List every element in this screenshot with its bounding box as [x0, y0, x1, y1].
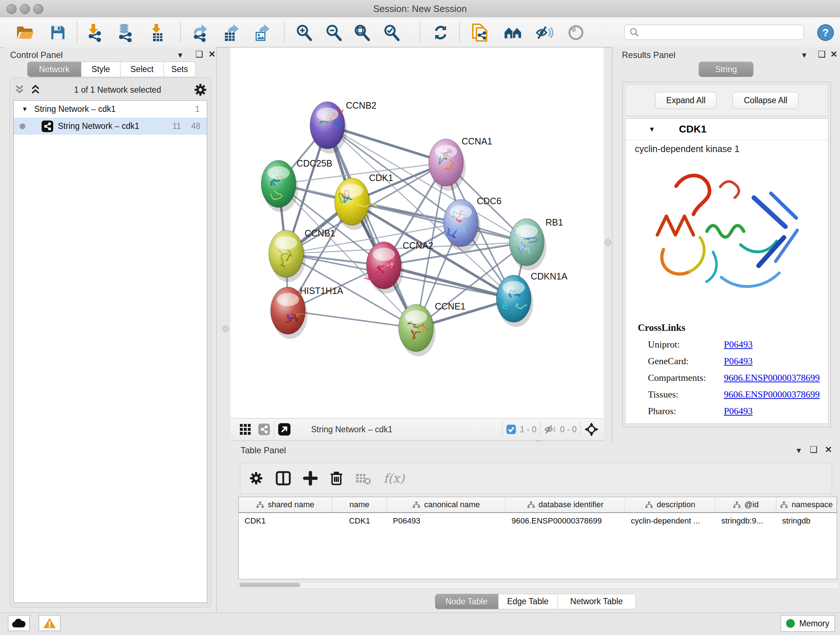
tab-edge-table[interactable]: Edge Table — [499, 594, 558, 609]
right-divider-handle[interactable] — [605, 239, 611, 245]
network-status-dot — [19, 124, 25, 129]
open-session-icon[interactable] — [16, 24, 35, 42]
import-network-icon[interactable] — [85, 24, 103, 42]
column-header-database-identifier[interactable]: database identifier — [506, 497, 625, 512]
table-row[interactable]: CDK1CDK1P064939606.ENSP00000378699cyclin… — [239, 513, 837, 529]
node-label-CDK1: CDK1 — [369, 173, 393, 183]
tab-network[interactable]: Network — [27, 62, 81, 77]
table-cell[interactable]: stringdb:9... — [715, 513, 776, 529]
show-columns-icon[interactable] — [276, 471, 291, 486]
table-cell[interactable]: stringdb — [776, 513, 837, 529]
column-header-description[interactable]: description — [625, 497, 715, 512]
control-panel-float-icon[interactable]: ▾ — [178, 50, 182, 60]
network-node-CDKN1A[interactable] — [496, 275, 533, 327]
clone-network-icon[interactable] — [470, 24, 489, 42]
grid-view-icon[interactable] — [239, 423, 251, 435]
table-panel-close-icon[interactable]: ✕ — [825, 445, 832, 455]
detach-view-icon[interactable] — [278, 423, 291, 436]
collapse-all-button[interactable]: Collapse All — [733, 92, 798, 109]
show-all-icon[interactable] — [567, 24, 585, 42]
export-image-icon[interactable] — [253, 24, 272, 42]
node-table: shared namenamecanonical namedatabase id… — [238, 497, 837, 579]
network-node-CCNB2[interactable] — [310, 102, 347, 154]
network-view-mode-icon[interactable] — [258, 423, 270, 435]
zoom-out-icon[interactable] — [324, 24, 343, 42]
navigator-crosshair-icon[interactable] — [584, 422, 599, 437]
memory-status-dot — [786, 619, 795, 628]
control-panel-close-icon[interactable]: ✕ — [208, 49, 216, 59]
tab-node-table[interactable]: Node Table — [435, 594, 499, 609]
results-panel-close-icon[interactable]: ✕ — [830, 49, 837, 59]
import-table-icon[interactable] — [148, 24, 167, 42]
network-selected-status: 1 of 1 Network selected — [42, 85, 194, 95]
control-panel-title: Control Panel — [10, 50, 63, 60]
table-cell[interactable]: cyclin-dependent ... — [625, 513, 715, 529]
zoom-in-icon[interactable] — [294, 24, 313, 42]
memory-button[interactable]: Memory — [781, 615, 835, 632]
export-table-icon[interactable] — [222, 24, 241, 42]
expand-all-networks-icon[interactable] — [29, 84, 42, 95]
left-divider-handle[interactable] — [223, 326, 229, 332]
table-horizontal-scrollbar[interactable] — [238, 582, 840, 589]
create-column-plus-icon[interactable] — [303, 471, 317, 486]
delete-table-icon — [355, 472, 371, 485]
tab-sets[interactable]: Sets — [164, 62, 196, 77]
crosslink-link[interactable]: 9606.ENSP00000378699 — [724, 372, 820, 383]
column-header-name[interactable]: name — [332, 497, 387, 512]
table-cell[interactable]: CDK1 — [239, 513, 332, 529]
expand-all-button[interactable]: Expand All — [655, 92, 717, 109]
table-cell[interactable]: 9606.ENSP00000378699 — [506, 513, 625, 529]
refresh-icon[interactable] — [431, 24, 450, 42]
hide-selected-icon[interactable] — [535, 24, 554, 42]
network-node-CCNE1[interactable] — [399, 304, 436, 356]
scrollbar-thumb[interactable] — [240, 583, 300, 587]
search-input[interactable] — [624, 25, 804, 40]
selection-checkbox-icon[interactable] — [506, 424, 516, 434]
network-options-gear-icon[interactable] — [194, 83, 207, 97]
column-header-namespace[interactable]: namespace — [776, 497, 837, 512]
zoom-selected-icon[interactable] — [382, 24, 401, 42]
crosslink-link[interactable]: 9606.ENSP00000378699 — [724, 389, 820, 400]
save-session-icon[interactable] — [49, 24, 67, 42]
network-node-RB1[interactable] — [509, 219, 546, 271]
column-header-@id[interactable]: @id — [715, 497, 776, 512]
control-panel-maximize-icon[interactable]: ❑ — [195, 49, 203, 59]
table-cell[interactable]: P06493 — [387, 513, 506, 529]
cloud-status-button[interactable] — [8, 615, 30, 631]
crosslink-link[interactable]: P06493 — [724, 339, 752, 350]
crosslink-link[interactable]: P06493 — [724, 406, 752, 417]
network-view-title: String Network – cdk1 — [311, 424, 393, 434]
table-options-gear-icon[interactable] — [249, 471, 264, 486]
tab-style[interactable]: Style — [81, 62, 120, 77]
node-label-CCNE1: CCNE1 — [435, 301, 466, 311]
export-network-icon[interactable] — [191, 24, 210, 42]
crosslink-label: Compartments: — [648, 372, 724, 383]
tab-select[interactable]: Select — [120, 62, 164, 77]
help-icon[interactable]: ? — [816, 24, 835, 42]
collapse-all-networks-icon[interactable] — [13, 84, 26, 95]
network-collection-row[interactable]: ▼ String Network – cdk1 1 — [14, 101, 207, 118]
crosslink-link[interactable]: P06493 — [724, 356, 752, 367]
tab-network-table[interactable]: Network Table — [558, 594, 636, 609]
column-header-canonical-name[interactable]: canonical name — [387, 497, 506, 512]
table-panel-maximize-icon[interactable]: ❑ — [810, 445, 818, 455]
table-cell[interactable]: CDK1 — [332, 513, 387, 529]
table-panel-float-icon[interactable]: ▾ — [797, 445, 801, 455]
import-network-database-icon[interactable] — [116, 24, 134, 42]
collection-expander-icon[interactable]: ▼ — [22, 106, 28, 113]
delete-column-trash-icon[interactable] — [330, 470, 343, 486]
warnings-button[interactable] — [39, 615, 60, 631]
first-neighbors-icon[interactable] — [504, 24, 523, 42]
protein-expander-icon[interactable]: ▼ — [649, 126, 655, 133]
column-header-shared-name[interactable]: shared name — [239, 497, 332, 512]
network-node-CDC6[interactable] — [444, 200, 480, 251]
main-toolbar: ? — [0, 17, 840, 48]
results-panel-float-icon[interactable]: ▾ — [802, 50, 806, 60]
zoom-fit-icon[interactable] — [352, 24, 371, 42]
network-edge-CCNB2-CCNE1[interactable] — [327, 125, 416, 328]
tab-string[interactable]: String — [699, 62, 753, 77]
results-panel-maximize-icon[interactable]: ❑ — [818, 49, 826, 59]
network-row[interactable]: String Network – cdk1 11 48 — [14, 118, 207, 135]
network-node-CCNB1[interactable] — [269, 230, 306, 282]
network-canvas[interactable]: CCNB2CCNA1CDC25BCDK1CDC6RB1CCNB1CCNA2CDK… — [231, 48, 604, 418]
